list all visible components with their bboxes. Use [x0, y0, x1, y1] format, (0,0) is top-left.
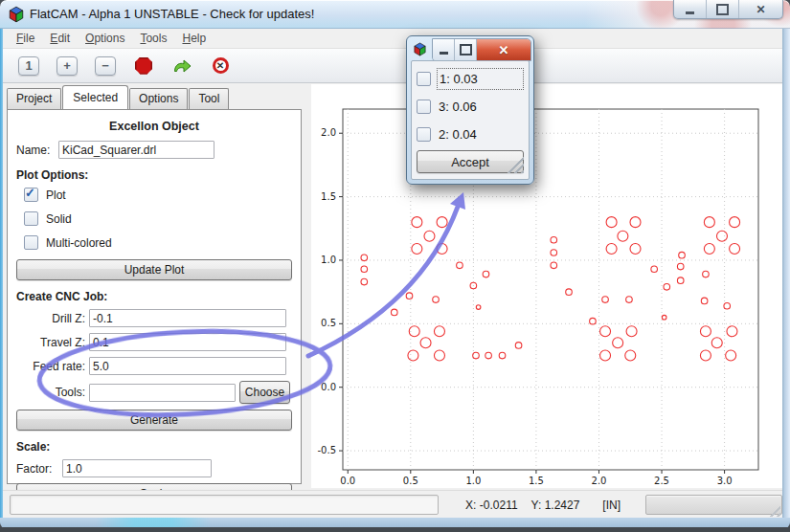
menu-item-options[interactable]: Options [78, 30, 132, 47]
status-message-slot [10, 495, 439, 515]
coord-x-value: -0.0211 [480, 499, 518, 512]
tab-options[interactable]: Options [129, 88, 188, 109]
menu-item-file[interactable]: File [9, 30, 42, 47]
zoom-fit-button[interactable]: 1 [16, 55, 41, 78]
units-indicator: [IN] [602, 499, 621, 512]
tool-checkbox[interactable] [417, 127, 431, 142]
tool-checkbox[interactable] [417, 100, 431, 114]
checkbox-row-multi-colored: Multi-colored [24, 235, 292, 250]
maximize-button[interactable] [706, 0, 738, 18]
tab-selected[interactable]: Selected [62, 85, 128, 110]
coord-y-label: Y: [531, 499, 542, 512]
dialog-maximize-icon [460, 44, 472, 55]
tool-checkbox[interactable] [417, 72, 431, 86]
checkbox-label: Solid [46, 212, 72, 226]
menu-bar: FileEditOptionsToolsHelp [3, 29, 782, 49]
dialog-body: 1: 0.033: 0.062: 0.04 Accept [411, 60, 530, 180]
menu-item-edit[interactable]: Edit [42, 30, 78, 47]
replot-button[interactable] [169, 55, 194, 78]
stop-button[interactable] [131, 55, 156, 78]
choose-button[interactable]: Choose [239, 381, 290, 404]
checkbox-row-plot: Plot [24, 188, 292, 202]
x-tick-label: 0.0 [340, 476, 355, 486]
cnc-heading: Create CNC Job: [16, 290, 292, 303]
update-plot-button[interactable]: Update Plot [16, 259, 292, 280]
accept-button[interactable]: Accept [417, 150, 524, 173]
coord-x-label: X: [465, 499, 476, 512]
drill-z-input[interactable] [89, 309, 286, 327]
tool-row: 2: 0.04 [417, 122, 524, 145]
multi-colored-checkbox[interactable] [24, 235, 38, 250]
window-border-right [782, 29, 790, 519]
menu-item-help[interactable]: Help [174, 30, 214, 47]
minimize-icon [686, 11, 694, 14]
factor-row: Factor: [16, 459, 292, 477]
status-bar: X: -0.0211 Y: 1.2427 [IN] [3, 490, 782, 519]
name-input[interactable] [58, 141, 214, 159]
dialog-title-bar[interactable]: ✕ [409, 38, 531, 59]
window-title: FlatCAM - Alpha 1 UNSTABLE - Check for u… [30, 7, 314, 21]
tab-project[interactable]: Project [7, 88, 61, 109]
x-tick-label: 2.5 [654, 476, 669, 486]
plot-checkbox[interactable] [24, 188, 38, 202]
feed-rate-input[interactable] [89, 357, 286, 375]
y-tick-label: 0.5 [321, 318, 336, 328]
dialog-close-button[interactable]: ✕ [476, 39, 530, 60]
tools-row: Tools: Choose [16, 381, 292, 404]
plus-icon: + [56, 56, 78, 76]
y-tick-label: 1.5 [321, 191, 336, 202]
minimize-button[interactable] [674, 0, 706, 18]
main-area: ProjectSelectedOptionsTool Excellon Obje… [3, 83, 782, 490]
coord-y-value: 1.2427 [545, 499, 580, 512]
menu-item-tools[interactable]: Tools [132, 30, 174, 47]
plot-canvas[interactable]: 0.00.51.01.52.02.53.0-0.50.00.51.01.52.0 [311, 84, 782, 488]
tab-tool[interactable]: Tool [189, 88, 229, 109]
zoom-out-button[interactable]: − [93, 55, 118, 78]
name-row: Name: [16, 141, 292, 159]
plot-area: 0.00.51.01.52.02.53.0-0.50.00.51.01.52.0 [308, 83, 782, 490]
red-octagon-icon [135, 57, 152, 75]
checkbox-label: Plot [46, 188, 66, 202]
one-box-icon: 1 [18, 56, 39, 76]
desktop-strip [0, 527, 790, 532]
feed-rate-label: Feed rate: [16, 360, 85, 373]
caption-buttons: ✕ [673, 0, 783, 19]
travel-z-label: Travel Z: [16, 336, 85, 349]
plot-figure: 0.00.51.01.52.02.53.0-0.50.00.51.01.52.0 [311, 84, 782, 488]
factor-input[interactable] [62, 459, 212, 477]
solid-checkbox[interactable] [24, 211, 38, 226]
y-tick-label: 2.0 [321, 127, 336, 138]
clear-button[interactable]: ✕ [208, 55, 233, 78]
sidebar: ProjectSelectedOptionsTool Excellon Obje… [3, 83, 308, 490]
x-tick-label: 1.5 [529, 476, 544, 486]
zoom-in-button[interactable]: + [55, 55, 79, 78]
tool-row: 1: 0.03 [417, 67, 524, 90]
plot-options-list: PlotSolidMulti-colored [16, 188, 292, 250]
tools-input[interactable] [89, 384, 236, 402]
dialog-maximize-button[interactable] [454, 39, 476, 60]
x-tick-label: 3.0 [717, 476, 733, 486]
cursor-coordinates: X: -0.0211 Y: 1.2427 [IN] [465, 499, 621, 512]
y-tick-label: -0.5 [317, 445, 336, 455]
y-tick-label: 0.0 [321, 382, 336, 392]
close-button[interactable]: ✕ [738, 0, 782, 18]
drill-z-row: Drill Z: [16, 309, 292, 327]
flatcam-window: FlatCAM - Alpha 1 UNSTABLE - Check for u… [0, 0, 790, 528]
cnc-fields: Drill Z:Travel Z:Feed rate: [16, 309, 292, 375]
generate-button[interactable]: Generate [16, 410, 292, 431]
tool-label: 2: 0.04 [437, 124, 524, 144]
x-tick-label: 2.0 [592, 476, 607, 486]
y-tick-label: 1.0 [321, 255, 336, 265]
progress-bar [645, 495, 782, 515]
dialog-minimize-button[interactable] [433, 39, 454, 60]
factor-label: Factor: [16, 462, 58, 476]
panel-title: Excellon Object [16, 120, 292, 133]
travel-z-input[interactable] [89, 333, 286, 351]
tools-dialog: ✕ 1: 0.033: 0.062: 0.04 Accept [406, 35, 534, 185]
title-bar[interactable]: FlatCAM - Alpha 1 UNSTABLE - Check for u… [0, 0, 790, 29]
plot-options-heading: Plot Options: [16, 168, 292, 182]
toolbar: 1+−✕ [3, 49, 782, 83]
flatcam-dialog-icon [413, 42, 427, 56]
tool-row: 3: 0.06 [417, 95, 524, 118]
green-arrow-icon [172, 58, 192, 74]
